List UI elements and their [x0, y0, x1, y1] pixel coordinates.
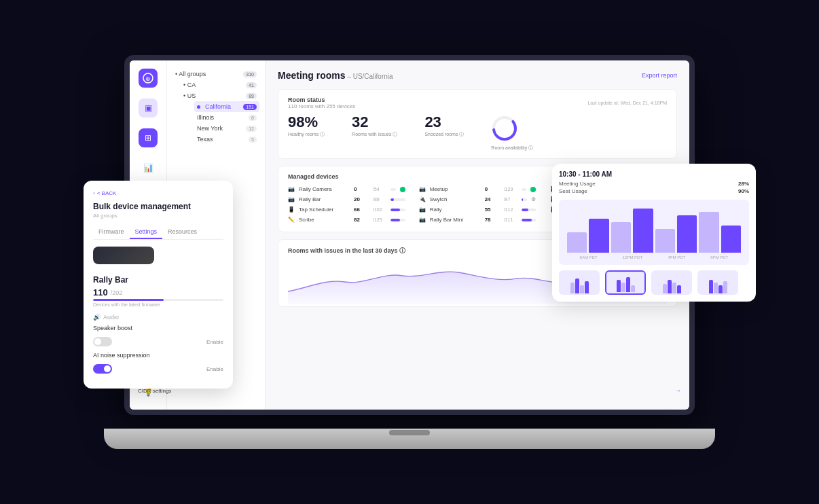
sidebar-icon-analytics[interactable]: 📊 [139, 158, 158, 177]
stat-healthy: 98% Healthy rooms ⓘ [288, 115, 325, 138]
device-image [93, 247, 154, 264]
export-link[interactable]: Export report [642, 72, 677, 79]
stat-issues: 32 Rooms with issues ⓘ [352, 115, 397, 138]
meeting-usage-val: 28% [738, 181, 749, 187]
bar-4-dark [633, 209, 653, 253]
ai-toggle-knob [104, 365, 111, 372]
nav-newyork[interactable]: New York 12 [194, 123, 259, 134]
thumb-3[interactable] [651, 270, 692, 295]
nav-us[interactable]: • US 89 [181, 90, 259, 101]
stat-snoozed: 23 Snoozed rooms ⓘ [424, 115, 464, 138]
firmware-count: 110 [93, 287, 108, 298]
stat-issues-label: Rooms with issues ⓘ [352, 131, 397, 138]
status-subtitle: 110 rooms with 255 devices [288, 103, 355, 109]
nav-california[interactable]: California 151 [194, 101, 259, 112]
thumb-2[interactable] [605, 270, 646, 295]
speaker-boost-toggle[interactable] [93, 337, 112, 346]
device-rally-bar-mini: 📷 Rally Bar Mini 78 /111 [419, 215, 536, 225]
toggle-knob [94, 338, 101, 345]
page-title-block: Meeting rooms – US/California [278, 70, 393, 81]
panel-title: Bulk device management [93, 202, 223, 211]
analytics-popup: 10:30 - 11:00 AM Meeting Usage 28% Seat … [552, 164, 756, 302]
label-8am: 8AM PDT [580, 255, 598, 259]
bar-group-8 [721, 226, 741, 253]
meeting-usage-label: Meeting Usage [559, 181, 596, 187]
device-scribe: ✏️ Scribe 82 /125 [288, 215, 405, 225]
label-4pm: 4PM PDT [668, 255, 685, 259]
bar-1-light [567, 232, 587, 253]
device-rally: 📷 Rally 55 /112 [419, 204, 536, 215]
nav-ca[interactable]: • CA 41 [181, 79, 259, 90]
chart-labels: 8AM PDT 12PM PDT 4PM PDT 8PM PDT [564, 255, 744, 259]
stat-snoozed-label: Snoozed rooms ⓘ [424, 131, 464, 138]
device-rally-bar: 📷 Rally Bar 20 /89 [288, 194, 405, 204]
bar-6-dark [677, 215, 697, 253]
panel-tabs: Firmware Settings Resources [93, 226, 223, 240]
speaker-boost-label: Speaker boost [93, 325, 132, 331]
firmware-note: Devices with the latest firmware [93, 302, 223, 307]
bulk-panel: ‹ < BACK Bulk device management All grou… [84, 181, 233, 389]
bar-group-7 [699, 212, 718, 253]
meeting-usage-row: Meeting Usage 28% [559, 181, 749, 187]
speaker-boost-toggle-row: Enable [93, 337, 223, 346]
svg-text:⊕: ⊕ [145, 75, 151, 82]
tab-settings[interactable]: Settings [130, 226, 163, 239]
label-12pm: 12PM PDT [623, 255, 642, 259]
stat-healthy-label: Healthy rooms ⓘ [288, 131, 325, 138]
bar-group-4 [633, 209, 653, 253]
bar-group-2 [589, 219, 608, 253]
popup-time: 10:30 - 11:00 AM [559, 170, 749, 178]
nav-illinois[interactable]: Illinois 8 [194, 112, 259, 123]
thumb-4[interactable] [697, 270, 738, 295]
bar-3-light [611, 222, 631, 253]
seat-usage-label: Seat Usage [559, 188, 587, 194]
page-header: Meeting rooms – US/California Export rep… [278, 70, 677, 81]
bar-chart [564, 205, 744, 253]
status-title: Room status [288, 96, 355, 103]
sidebar-icon-rooms[interactable]: ⊞ [139, 128, 158, 147]
sidebar-icon-devices[interactable]: ▣ [139, 98, 158, 118]
nav-all-groups[interactable]: • All groups 310 [172, 69, 259, 79]
sidebar-icon-home[interactable]: ⊕ [139, 69, 158, 88]
ai-noise-toggle-row: Enable [93, 364, 223, 374]
room-status-section: Room status 110 rooms with 255 devices L… [278, 89, 677, 159]
page-title: Meeting rooms [278, 70, 346, 81]
stat-availability: Room availability ⓘ [491, 115, 533, 151]
nav-texas[interactable]: Texas 5 [194, 134, 259, 145]
bar-group-3 [611, 222, 631, 253]
bar-group-5 [655, 229, 675, 253]
bar-5-light [655, 229, 675, 253]
bar-group-1 [567, 232, 587, 253]
popup-stats: Meeting Usage 28% Seat Usage 90% [559, 181, 749, 194]
stat-snoozed-value: 23 [424, 115, 464, 130]
firmware-bar [93, 299, 223, 301]
bar-group-6 [677, 215, 697, 253]
stat-availability-label: Room availability ⓘ [491, 145, 533, 151]
audio-section: 🔊 Audio [93, 314, 223, 321]
bar-7-light [699, 212, 718, 253]
tab-firmware[interactable]: Firmware [93, 226, 130, 239]
enable-label-2: Enable [206, 366, 223, 372]
device-tap-scheduler: 📱 Tap Scheduler 66 /102 [288, 204, 405, 215]
stat-issues-value: 32 [352, 115, 397, 130]
ai-noise-toggle[interactable] [93, 364, 112, 374]
thumb-1[interactable] [559, 270, 600, 295]
enable-label-1: Enable [206, 339, 223, 345]
tab-resources[interactable]: Resources [162, 226, 202, 239]
stats-row: 98% Healthy rooms ⓘ 32 Rooms with issues… [288, 115, 667, 151]
panel-subtitle: All groups [93, 213, 223, 219]
bar-2-dark [589, 219, 608, 253]
label-8pm: 8PM PDT [710, 255, 728, 259]
back-link[interactable]: ‹ < BACK [93, 190, 223, 196]
last-update: Last update at: Wed, Dec 21, 4:18PM [587, 101, 667, 105]
ai-noise-label: AI noise suppression [93, 352, 150, 359]
device-meetup: 📷 Meetup 0 /129 [419, 184, 536, 194]
speaker-boost-setting: Speaker boost [93, 325, 223, 331]
device-rally-camera: 📷 Rally Camera 0 /54 [288, 184, 405, 194]
seat-usage-row: Seat Usage 90% [559, 188, 749, 194]
page-subtitle: – US/California [347, 73, 393, 80]
laptop-base [104, 429, 715, 449]
laptop-notch [389, 430, 430, 435]
firmware-total: /202 [111, 289, 123, 296]
thumbnails-row [559, 270, 749, 295]
